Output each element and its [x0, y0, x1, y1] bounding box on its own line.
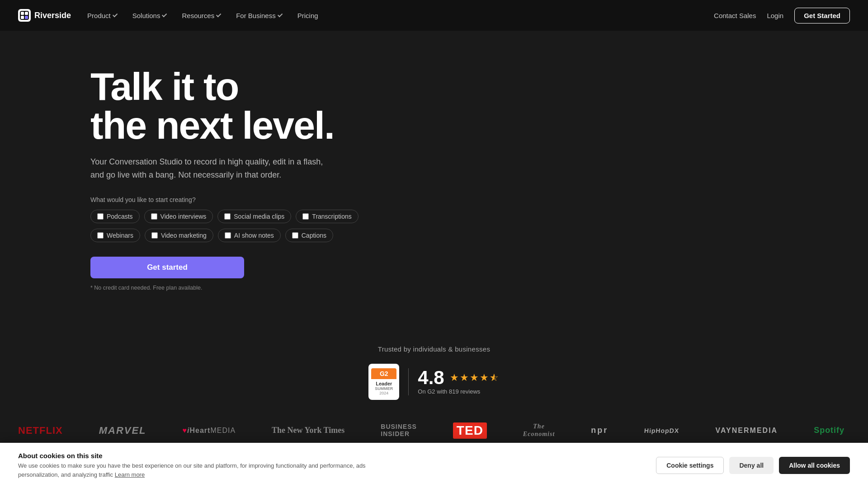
- what-create-label: What would you like to start creating?: [90, 196, 850, 203]
- checkbox-video-interviews[interactable]: Video interviews: [144, 210, 213, 223]
- checkbox-ai-show-notes[interactable]: AI show notes: [218, 229, 281, 242]
- nav-item-pricing[interactable]: Pricing: [297, 12, 318, 19]
- rating-divider: [408, 368, 409, 395]
- cookie-title: About cookies on this site: [18, 452, 380, 460]
- nav-link-pricing[interactable]: Pricing: [297, 12, 318, 19]
- nav-links: Product Solutions Resources For Business: [87, 12, 318, 19]
- rating-row: G2 Leader SUMMER 2024 4.8 ★★★★☆★ On G2 w…: [18, 364, 850, 400]
- logo-iheart: ♥iHeartMEDIA: [183, 427, 236, 435]
- g2-logo: G2: [380, 370, 388, 377]
- rating-info: 4.8 ★★★★☆★ On G2 with 819 reviews: [418, 368, 499, 395]
- nav-item-solutions[interactable]: Solutions: [132, 12, 168, 19]
- logo-netflix: NETFLIX: [18, 425, 63, 436]
- cookie-buttons: Cookie settings Deny all Allow all cooki…: [656, 457, 850, 474]
- nav-item-resources[interactable]: Resources: [182, 12, 222, 19]
- rating-stars: ★★★★☆★: [450, 372, 500, 384]
- no-credit-text: * No credit card needed. Free plan avail…: [90, 285, 850, 291]
- logo-text: Riverside: [34, 11, 71, 20]
- hero-headline: Talk it to the next level.: [90, 67, 850, 145]
- logo-spotify: Spotify: [814, 426, 844, 435]
- chevron-down-icon: [162, 12, 167, 17]
- logo-npr: npr: [591, 426, 608, 435]
- checkbox-webinars-input[interactable]: [97, 232, 104, 239]
- cta-block: Get started * No credit card needed. Fre…: [90, 248, 850, 291]
- allow-all-cookies-button[interactable]: Allow all cookies: [779, 457, 850, 474]
- deny-all-button[interactable]: Deny all: [729, 457, 774, 474]
- rating-score: 4.8: [418, 368, 444, 387]
- nav-item-product[interactable]: Product: [87, 12, 118, 19]
- hero-section: Talk it to the next level. Your Conversa…: [0, 31, 868, 318]
- navbar: Riverside Product Solutions Resources: [0, 0, 868, 31]
- checkbox-captions-input[interactable]: [292, 232, 298, 239]
- cookie-banner: About cookies on this site We use cookie…: [0, 443, 868, 488]
- checkbox-podcasts-input[interactable]: [97, 213, 104, 220]
- cookie-text-block: About cookies on this site We use cookie…: [18, 452, 380, 479]
- logo-nyt: The New York Times: [272, 426, 344, 435]
- svg-rect-2: [25, 12, 28, 15]
- g2-year-text: 2024: [375, 391, 393, 395]
- checkbox-transcriptions-input[interactable]: [302, 213, 309, 220]
- checkbox-video-interviews-input[interactable]: [151, 213, 157, 220]
- learn-more-link[interactable]: Learn more: [115, 471, 145, 478]
- checkbox-webinars[interactable]: Webinars: [90, 229, 140, 242]
- checkbox-social-media-clips-input[interactable]: [224, 213, 231, 220]
- checkbox-group-row2: Webinars Video marketing AI show notes C…: [90, 229, 362, 242]
- checkbox-video-marketing-input[interactable]: [151, 232, 158, 239]
- chevron-down-icon: [113, 12, 118, 17]
- svg-rect-3: [21, 16, 24, 19]
- trusted-title: Trusted by individuals & businesses: [18, 345, 850, 353]
- trusted-section: Trusted by individuals & businesses G2 L…: [0, 318, 868, 457]
- checkbox-social-media-clips[interactable]: Social media clips: [217, 210, 291, 223]
- get-started-hero-button[interactable]: Get started: [90, 257, 244, 278]
- logo-ted: TED: [453, 422, 487, 439]
- checkbox-group-row1: Podcasts Video interviews Social media c…: [90, 210, 362, 223]
- checkbox-transcriptions[interactable]: Transcriptions: [296, 210, 358, 223]
- nav-link-product[interactable]: Product: [87, 12, 118, 19]
- rating-detail: On G2 with 819 reviews: [418, 388, 499, 395]
- svg-rect-1: [21, 12, 24, 15]
- hero-subtext: Your Conversation Studio to record in hi…: [90, 155, 326, 182]
- cookie-settings-button[interactable]: Cookie settings: [656, 457, 724, 474]
- g2-season-text: SUMMER: [375, 386, 393, 391]
- nav-left: Riverside Product Solutions Resources: [18, 9, 318, 22]
- logo-icon: [18, 9, 31, 22]
- get-started-nav-button[interactable]: Get Started: [794, 8, 850, 23]
- logo-business-insider: BUSINESSINSIDER: [381, 423, 417, 437]
- logos-section: NETFLIX MARVEL ♥iHeartMEDIA The New York…: [18, 418, 850, 443]
- chevron-down-icon: [216, 12, 221, 17]
- checkbox-video-marketing[interactable]: Video marketing: [145, 229, 213, 242]
- logo-vaynermedia: VAYNERMEDIA: [716, 427, 778, 435]
- chevron-down-icon: [278, 12, 283, 17]
- logo-economist: TheEconomist: [523, 423, 555, 438]
- checkbox-podcasts[interactable]: Podcasts: [90, 210, 140, 223]
- g2-leader-text: Leader: [375, 381, 393, 386]
- cookie-desc: We use cookies to make sure you have the…: [18, 461, 380, 479]
- nav-link-solutions[interactable]: Solutions: [132, 12, 168, 19]
- logo-hiphopdx: HipHopDX: [644, 427, 680, 434]
- login-link[interactable]: Login: [767, 12, 783, 19]
- logo[interactable]: Riverside: [18, 9, 71, 22]
- logos-track: NETFLIX MARVEL ♥iHeartMEDIA The New York…: [18, 422, 850, 439]
- nav-link-resources[interactable]: Resources: [182, 12, 222, 19]
- logo-marvel: MARVEL: [99, 425, 146, 436]
- contact-sales-link[interactable]: Contact Sales: [714, 12, 756, 19]
- nav-link-for-business[interactable]: For Business: [236, 12, 283, 19]
- checkbox-ai-show-notes-input[interactable]: [225, 232, 231, 239]
- nav-right: Contact Sales Login Get Started: [714, 8, 850, 23]
- svg-rect-4: [25, 16, 28, 19]
- g2-badge: G2 Leader SUMMER 2024: [368, 364, 399, 400]
- checkbox-captions[interactable]: Captions: [285, 229, 333, 242]
- nav-item-for-business[interactable]: For Business: [236, 12, 283, 19]
